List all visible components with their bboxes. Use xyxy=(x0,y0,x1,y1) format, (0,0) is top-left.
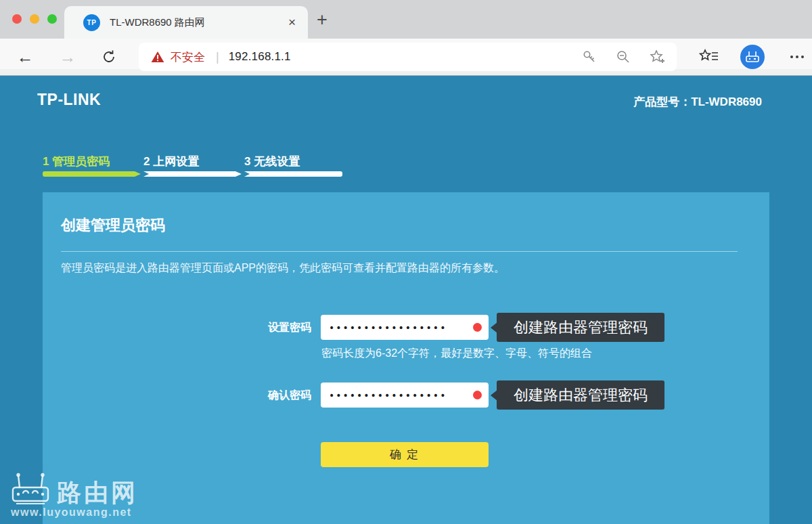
tab-title: TL-WDR8690 路由网 xyxy=(110,16,286,29)
minimize-window-button[interactable] xyxy=(30,14,39,24)
router-logo-icon xyxy=(11,473,50,505)
refresh-icon[interactable] xyxy=(95,39,122,75)
add-favorite-icon[interactable] xyxy=(650,49,666,64)
card-description: 管理员密码是进入路由器管理页面或APP的密码，凭此密码可查看并配置路由器的所有参… xyxy=(61,261,505,276)
password-alert-dot-icon xyxy=(473,323,482,332)
tab-close-icon[interactable]: × xyxy=(286,15,298,30)
zoom-out-icon[interactable] xyxy=(616,49,631,64)
zoom-window-button[interactable] xyxy=(47,14,57,24)
confirm-password-field-wrap xyxy=(321,383,489,408)
router-setup-page: TP-LINK 产品型号：TL-WDR8690 1 管理员密码 2 上网设置 3… xyxy=(0,77,812,524)
forward-icon: → xyxy=(54,39,81,75)
menu-more-icon[interactable] xyxy=(790,39,804,75)
address-separator: | xyxy=(216,50,219,64)
address-bar[interactable]: 不安全 | 192.168.1.1 xyxy=(139,43,677,71)
watermark-url: www.luyouwang.net xyxy=(11,506,138,519)
watermark-name: 路由网 xyxy=(57,481,138,505)
password-hint: 密码长度为6-32个字符，最好是数字、字母、符号的组合 xyxy=(321,347,592,361)
back-icon[interactable]: ← xyxy=(12,39,39,75)
step-internet-settings: 2 上网设置 xyxy=(143,154,242,177)
divider xyxy=(61,251,738,252)
set-password-field-wrap xyxy=(321,315,489,340)
step-progress-bar xyxy=(143,171,242,177)
url-text[interactable]: 192.168.1.1 xyxy=(229,50,291,64)
tplink-logo: TP-LINK xyxy=(37,91,101,109)
browser-toolbar: ← → 不安全 | 192.168.1.1 xyxy=(0,39,812,76)
step-admin-password: 1 管理员密码 xyxy=(43,154,141,177)
step-wireless-settings: 3 无线设置 xyxy=(244,154,342,177)
browser-tab[interactable]: TP TL-WDR8690 路由网 × xyxy=(64,6,308,39)
confirm-password-input[interactable] xyxy=(321,383,489,408)
luyouwang-watermark: 路由网 www.luyouwang.net xyxy=(11,473,138,519)
browser-window: TP TL-WDR8690 路由网 × + ← → 不安全 | 192.168.… xyxy=(0,0,812,524)
confirm-password-label: 确认密码 xyxy=(61,389,311,403)
tab-favicon-icon: TP xyxy=(83,14,100,31)
security-warning-label: 不安全 xyxy=(171,49,205,65)
confirm-password-tooltip: 创建路由器管理密码 xyxy=(497,380,664,410)
set-password-label: 设置密码 xyxy=(61,321,311,335)
product-model-label: 产品型号：TL-WDR8690 xyxy=(633,94,762,110)
window-controls xyxy=(12,14,57,24)
close-window-button[interactable] xyxy=(12,14,22,24)
password-alert-dot-icon xyxy=(473,391,482,399)
step-progress-bar xyxy=(43,171,141,177)
password-key-icon[interactable] xyxy=(582,49,597,64)
confirm-button[interactable]: 确 定 xyxy=(321,442,489,467)
security-warning-icon xyxy=(151,51,164,63)
new-tab-button[interactable]: + xyxy=(317,9,328,30)
set-password-tooltip: 创建路由器管理密码 xyxy=(497,313,664,342)
create-password-card: 创建管理员密码 管理员密码是进入路由器管理页面或APP的密码，凭此密码可查看并配… xyxy=(43,192,769,524)
setup-steps: 1 管理员密码 2 上网设置 3 无线设置 xyxy=(43,154,345,177)
tab-strip: TP TL-WDR8690 路由网 × + xyxy=(0,0,812,39)
set-password-input[interactable] xyxy=(321,315,489,340)
step-progress-bar xyxy=(244,171,342,177)
router-extension-icon[interactable] xyxy=(740,39,765,75)
card-title: 创建管理员密码 xyxy=(61,215,165,236)
favorites-bar-icon[interactable] xyxy=(699,39,719,75)
